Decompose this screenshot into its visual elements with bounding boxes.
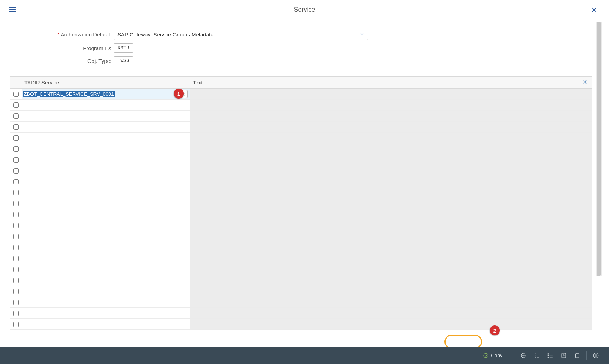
service-cell[interactable]: [22, 242, 190, 253]
table-row[interactable]: [10, 187, 592, 198]
text-cell[interactable]: [190, 209, 592, 220]
text-cell[interactable]: [190, 275, 592, 286]
column-header-text[interactable]: Text: [190, 80, 579, 86]
vertical-scrollbar[interactable]: [596, 22, 602, 276]
table-row[interactable]: [10, 133, 592, 143]
row-checkbox[interactable]: [13, 135, 19, 141]
service-cell[interactable]: [22, 187, 190, 198]
table-row[interactable]: [10, 264, 592, 275]
table-settings-button[interactable]: [579, 79, 592, 86]
list-button[interactable]: [546, 351, 555, 360]
service-input[interactable]: ZBOT_CENTRAL_SERVICE_SRV_0001: [23, 91, 115, 97]
service-cell[interactable]: [22, 308, 190, 318]
table-row[interactable]: [10, 319, 592, 330]
service-cell[interactable]: [22, 286, 190, 297]
table-row[interactable]: [10, 308, 592, 319]
row-checkbox[interactable]: [13, 102, 19, 108]
row-checkbox[interactable]: [13, 113, 19, 119]
deselect-all-button[interactable]: [519, 351, 528, 360]
row-checkbox[interactable]: [13, 223, 19, 228]
table-row[interactable]: [10, 220, 592, 231]
text-cell[interactable]: [190, 220, 592, 231]
table-row[interactable]: [10, 122, 592, 133]
table-row[interactable]: [10, 154, 592, 165]
table-row[interactable]: [10, 198, 592, 209]
service-cell[interactable]: [22, 264, 190, 275]
close-button[interactable]: [591, 7, 599, 14]
row-checkbox[interactable]: [13, 157, 19, 163]
service-cell[interactable]: [22, 253, 190, 264]
text-cell[interactable]: [190, 286, 592, 297]
text-cell[interactable]: [190, 308, 592, 318]
table-row[interactable]: ZBOT_CENTRAL_SERVICE_SRV_0001: [10, 89, 592, 100]
row-checkbox[interactable]: [13, 311, 19, 316]
service-cell[interactable]: [22, 133, 190, 143]
service-cell[interactable]: [22, 220, 190, 231]
table-row[interactable]: [10, 286, 592, 297]
row-checkbox[interactable]: [13, 234, 19, 239]
row-checkbox[interactable]: [13, 278, 19, 283]
row-checkbox[interactable]: [13, 322, 19, 327]
text-cell[interactable]: [190, 187, 592, 198]
row-checkbox[interactable]: [13, 201, 19, 206]
table-row[interactable]: [10, 176, 592, 187]
text-cell[interactable]: [190, 297, 592, 307]
text-cell[interactable]: [190, 253, 592, 264]
service-cell[interactable]: [22, 297, 190, 307]
row-checkbox[interactable]: [13, 300, 19, 305]
service-cell[interactable]: [22, 319, 190, 329]
service-cell[interactable]: [22, 275, 190, 286]
text-cell[interactable]: [190, 89, 592, 99]
text-cell[interactable]: [190, 242, 592, 253]
service-cell[interactable]: [22, 165, 190, 176]
row-checkbox[interactable]: [13, 190, 19, 195]
table-row[interactable]: [10, 297, 592, 308]
text-cell[interactable]: [190, 264, 592, 275]
text-cell[interactable]: [190, 154, 592, 165]
text-cell[interactable]: [190, 231, 592, 242]
copy-button[interactable]: Copy: [477, 350, 509, 362]
service-cell[interactable]: [22, 209, 190, 220]
table-row[interactable]: [10, 165, 592, 176]
row-checkbox[interactable]: [13, 124, 19, 130]
service-cell[interactable]: [22, 143, 190, 154]
scrollbar-thumb[interactable]: [597, 22, 601, 276]
text-cell[interactable]: [190, 176, 592, 187]
text-cell[interactable]: [190, 319, 592, 329]
select-all-button[interactable]: [533, 351, 541, 360]
text-cell[interactable]: [190, 165, 592, 176]
row-checkbox[interactable]: [13, 245, 19, 250]
table-row[interactable]: [10, 100, 592, 111]
column-header-service[interactable]: TADIR Service: [22, 80, 190, 86]
table-row[interactable]: [10, 231, 592, 242]
row-checkbox[interactable]: [13, 212, 19, 217]
service-cell[interactable]: ZBOT_CENTRAL_SERVICE_SRV_0001: [22, 89, 190, 99]
table-row[interactable]: [10, 209, 592, 220]
service-cell[interactable]: [22, 231, 190, 242]
row-checkbox[interactable]: [13, 92, 19, 97]
table-row[interactable]: [10, 143, 592, 154]
row-checkbox[interactable]: [13, 168, 19, 174]
auth-default-dropdown[interactable]: SAP Gateway: Service Groups Metadata: [114, 29, 368, 40]
text-cell[interactable]: [190, 198, 592, 209]
text-cell[interactable]: [190, 133, 592, 143]
text-cell[interactable]: [190, 100, 592, 110]
service-cell[interactable]: [22, 198, 190, 209]
clipboard-button[interactable]: [573, 351, 581, 360]
menu-button[interactable]: [7, 5, 17, 14]
table-row[interactable]: [10, 242, 592, 253]
text-cell[interactable]: [190, 111, 592, 121]
table-row[interactable]: [10, 111, 592, 122]
service-cell[interactable]: [22, 111, 190, 121]
row-checkbox[interactable]: [13, 289, 19, 294]
table-row[interactable]: [10, 275, 592, 286]
cancel-button[interactable]: [592, 351, 600, 360]
row-checkbox[interactable]: [13, 179, 19, 184]
text-cell[interactable]: [190, 143, 592, 154]
import-button[interactable]: [559, 351, 568, 360]
service-cell[interactable]: [22, 176, 190, 187]
service-cell[interactable]: [22, 122, 190, 132]
service-cell[interactable]: [22, 154, 190, 165]
row-checkbox[interactable]: [13, 146, 19, 152]
service-cell[interactable]: [22, 100, 190, 110]
